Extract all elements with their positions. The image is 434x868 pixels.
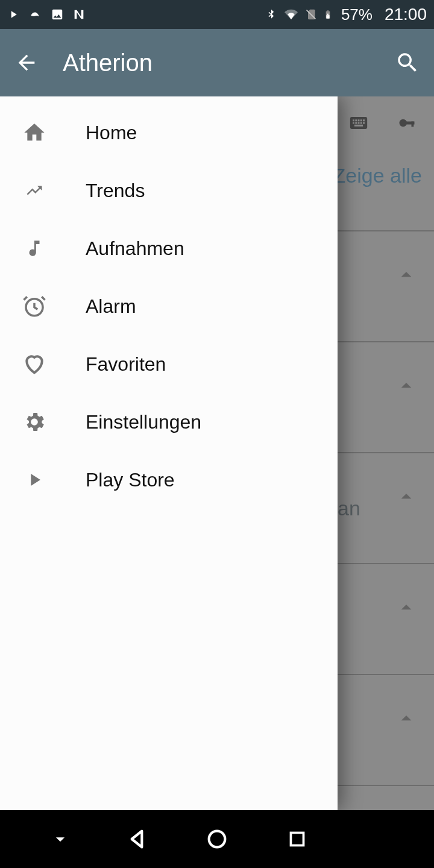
- lizard-icon: [28, 8, 42, 20]
- image-icon: [51, 8, 64, 21]
- drawer-item-label: Home: [86, 122, 137, 144]
- status-right-icons: 57% 21:00: [265, 5, 427, 24]
- drawer-item-playstore[interactable]: Play Store: [0, 451, 338, 509]
- show-all-link[interactable]: Zeige alle: [333, 164, 422, 187]
- key-icon[interactable]: [392, 111, 422, 135]
- bluetooth-icon: [265, 7, 277, 22]
- drawer-item-settings[interactable]: Einstellungen: [0, 393, 338, 451]
- drawer-item-home[interactable]: Home: [0, 104, 338, 162]
- play-icon: [18, 464, 51, 496]
- music-note-icon: [18, 232, 51, 265]
- drawer-item-favorites[interactable]: Favoriten: [0, 335, 338, 393]
- sim-off-icon: [305, 7, 317, 22]
- gear-icon: [18, 406, 51, 438]
- svg-rect-2: [412, 122, 414, 127]
- heart-icon: [18, 348, 51, 380]
- back-button[interactable]: [12, 48, 41, 77]
- drawer-item-label: Aufnahmen: [86, 237, 184, 260]
- n-icon: [72, 8, 86, 21]
- chevron-up-icon: [394, 706, 418, 731]
- svg-point-0: [400, 119, 407, 127]
- home-icon: [18, 116, 51, 149]
- alarm-icon: [18, 290, 51, 322]
- play-icon: [7, 8, 19, 20]
- drawer-item-trends[interactable]: Trends: [0, 162, 338, 219]
- drawer-item-label: Favoriten: [86, 353, 166, 376]
- status-left-icons: [7, 8, 86, 21]
- drawer-item-recordings[interactable]: Aufnahmen: [0, 219, 338, 277]
- chevron-up-icon: [394, 263, 418, 287]
- chevron-up-icon: [394, 374, 418, 398]
- keyboard-icon[interactable]: [344, 111, 374, 135]
- drawer-item-label: Play Store: [86, 469, 175, 491]
- drawer-item-label: Alarm: [86, 295, 136, 318]
- app-title: Atherion: [63, 49, 153, 77]
- chevron-up-icon: [394, 485, 418, 509]
- trending-icon: [18, 174, 51, 207]
- drawer-item-label: Trends: [86, 180, 145, 202]
- battery-icon: [323, 7, 333, 22]
- status-bar: 57% 21:00: [0, 0, 434, 29]
- battery-percent: 57%: [341, 5, 373, 24]
- status-clock: 21:00: [385, 5, 427, 24]
- chevron-up-icon: [394, 596, 418, 620]
- wifi-icon: [283, 8, 299, 21]
- content-area: Zeige alle an: [0, 96, 434, 810]
- navigation-drawer: Home Trends Aufnahmen Alarm Favoriten: [0, 96, 338, 810]
- search-button[interactable]: [393, 48, 422, 77]
- drawer-item-alarm[interactable]: Alarm: [0, 277, 338, 335]
- drawer-item-label: Einstellungen: [86, 411, 201, 433]
- row-text-fragment: an: [338, 497, 360, 520]
- app-bar: Atherion: [0, 29, 434, 96]
